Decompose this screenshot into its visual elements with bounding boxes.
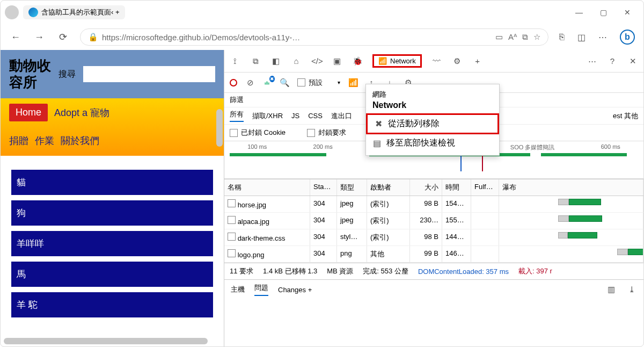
col-status[interactable]: Sta… — [310, 179, 337, 196]
table-row[interactable]: logo.png 304 png 其他 99 B 146… — [224, 246, 643, 263]
nav-forward[interactable]: → — [33, 32, 46, 43]
performance-icon[interactable]: 〰 — [431, 56, 442, 66]
titlebar: 含協助工具的示範頁面‹ + — ▢ ✕ — [1, 1, 643, 24]
ctx-move-to-bottom[interactable]: ▤ 移至底部快速檢視 — [366, 134, 499, 152]
nav-back[interactable]: ← — [9, 32, 22, 43]
tab-context-menu: 網路 Network ✖ 從活動列移除 ▤ 移至底部快速檢視 — [365, 84, 500, 156]
devtools-drawer: 主機 問題 Changes + ▥ ⤓ — [224, 279, 643, 299]
col-waterfall[interactable]: 瀑布 — [499, 179, 643, 196]
page-scrollbar-horizontal[interactable] — [4, 338, 208, 344]
filter-trailing[interactable]: est 其他 — [613, 111, 638, 121]
summary-resources: MB 資源 — [327, 266, 353, 276]
filter-fetch[interactable]: 擷取/XHR — [252, 111, 283, 121]
read-aloud-icon[interactable]: Aᴬ — [508, 32, 517, 42]
list-item[interactable]: 羊咩咩 — [11, 231, 213, 256]
browser-more-icon[interactable]: ⋯ — [598, 32, 607, 42]
nav-about[interactable]: 關於我們 — [61, 134, 99, 147]
col-size[interactable]: 大小 — [410, 179, 442, 196]
nav-adopt[interactable]: Adopt a 寵物 — [54, 106, 109, 119]
inspect-icon[interactable]: ⟟ — [230, 56, 240, 66]
tab-network[interactable]: 📶 Network — [372, 54, 422, 68]
filter-css[interactable]: CSS — [308, 112, 323, 120]
col-initiator[interactable]: 啟動者 — [367, 179, 410, 196]
favorite-star-icon[interactable]: ☆ — [533, 32, 540, 42]
list-item[interactable]: 羊 駝 — [11, 292, 213, 317]
url-bar[interactable]: 🔒 https://microsoftedge.github.io/Demos/… — [80, 28, 548, 46]
sources-icon[interactable]: 🐞 — [352, 56, 363, 66]
dock-icon[interactable]: ◧ — [270, 56, 281, 66]
col-time[interactable]: 時間 — [442, 179, 471, 196]
blocked-cookies-checkbox[interactable]: 已封鎖 Cookie — [230, 128, 286, 138]
network-summary: 11 要求 1.4 kB 已移轉 1.3 MB 資源 完成: 553 公釐 DO… — [224, 263, 643, 279]
split-screen-icon[interactable]: ◫ — [577, 32, 586, 42]
page-header: 動物收容所 搜尋 — [1, 50, 224, 98]
device-icon[interactable]: ⧉ — [250, 56, 261, 66]
bing-button[interactable]: b — [620, 30, 635, 45]
collections-icon[interactable]: ⎘ — [559, 32, 565, 42]
welcome-icon[interactable]: ⌂ — [291, 56, 302, 66]
ctx-title: Network — [366, 100, 499, 113]
wifi-icon: 📶 — [378, 57, 387, 65]
elements-icon[interactable]: </> — [311, 56, 322, 66]
filter-label[interactable]: 篩選 — [230, 96, 244, 104]
page-title: 動物收容所 — [9, 57, 51, 91]
devtools-close-icon[interactable]: ✕ — [627, 56, 638, 66]
nav-jobs[interactable]: 作業 — [35, 134, 54, 147]
add-favorite-icon[interactable]: ⧉ — [522, 32, 528, 42]
clear-button[interactable]: ⊘ — [245, 78, 255, 88]
filter-js[interactable]: JS — [291, 112, 299, 120]
ctx-heading: 網路 — [366, 88, 499, 100]
table-row[interactable]: alpaca.jpg 304 jpeg (索引) 230… 155… — [224, 213, 643, 229]
devtools-more-icon[interactable]: ⋯ — [587, 56, 597, 66]
help-icon[interactable]: ? — [607, 56, 618, 66]
unpin-icon: ✖ — [374, 119, 383, 129]
animal-list: 貓 狗 羊咩咩 馬 羊 駝 — [1, 156, 224, 331]
search-input[interactable] — [83, 66, 215, 82]
throttle-caret[interactable]: ▾ — [338, 79, 340, 85]
col-name[interactable]: 名稱 — [224, 179, 310, 196]
network-conditions-icon[interactable]: 📶 — [348, 78, 358, 88]
devtools-tabstrip: ⟟ ⧉ ◧ ⌂ </> ▣ 🐞 📶 Network 〰 ⚙ + ⋯ ? ✕ — [224, 50, 643, 73]
col-fulfilled[interactable]: Fulf… — [471, 179, 499, 196]
table-row[interactable]: horse.jpg 304 jpeg (索引) 98 B 154… — [224, 196, 643, 213]
window-maximize[interactable]: ▢ — [600, 8, 607, 17]
list-item[interactable]: 馬 — [11, 262, 213, 287]
nav-reload[interactable]: ⟳ — [56, 31, 69, 43]
app-install-icon[interactable]: ▭ — [495, 32, 503, 42]
window-minimize[interactable]: — — [575, 8, 583, 17]
overview-bars — [230, 153, 638, 171]
filter-img[interactable]: 進出口 — [331, 111, 352, 121]
nav-home[interactable]: Home — [9, 104, 48, 121]
summary-load: 載入: 397 r — [518, 266, 552, 276]
console-icon[interactable]: ▣ — [332, 56, 342, 66]
address-bar-row: ← → ⟳ 🔒 https://microsoftedge.github.io/… — [1, 24, 643, 50]
memory-icon[interactable]: ⚙ — [452, 56, 463, 66]
drawer-expand-icon[interactable]: ⤓ — [626, 285, 637, 294]
window-close[interactable]: ✕ — [624, 8, 631, 17]
list-item[interactable]: 貓 — [11, 170, 213, 195]
ctx-remove-from-activity-bar[interactable]: ✖ 從活動列移除 — [366, 113, 499, 134]
filter-toggle[interactable]: ⫨ — [263, 78, 272, 88]
preserve-log-checkbox[interactable]: 預設 — [297, 78, 323, 88]
add-tab-icon[interactable]: + — [472, 56, 483, 66]
drawer-changes[interactable]: Changes + — [278, 286, 312, 294]
summary-dcl: DOMContentLoaded: 357 ms — [418, 268, 509, 276]
nav-donate[interactable]: 捐贈 — [9, 134, 28, 147]
drawer-issues[interactable]: 問題 — [254, 283, 268, 296]
lock-icon: 🔒 — [88, 32, 97, 42]
list-item[interactable]: 狗 — [11, 200, 213, 226]
page-scrollbar-vertical[interactable] — [216, 109, 223, 147]
filter-all[interactable]: 所有 — [230, 110, 244, 122]
summary-transferred: 1.4 kB 已移轉 1.3 — [263, 266, 317, 276]
col-type[interactable]: 類型 — [337, 179, 367, 196]
drawer-layout-icon[interactable]: ▥ — [606, 285, 617, 294]
record-button[interactable] — [230, 79, 237, 86]
drawer-console[interactable]: 主機 — [231, 285, 245, 294]
browser-tab[interactable]: 含協助工具的示範頁面‹ + — [23, 5, 125, 19]
search-label: 搜尋 — [58, 69, 76, 80]
table-row[interactable]: dark-theme.css 304 styl… (索引) 98 B 144… — [224, 229, 643, 246]
search-icon[interactable]: 🔍 — [279, 78, 290, 88]
url-text: https://microsoftedge.github.io/Demos/de… — [102, 33, 300, 42]
profile-avatar[interactable] — [5, 5, 19, 19]
blocked-requests-checkbox[interactable]: 封鎖要求 — [307, 128, 346, 138]
